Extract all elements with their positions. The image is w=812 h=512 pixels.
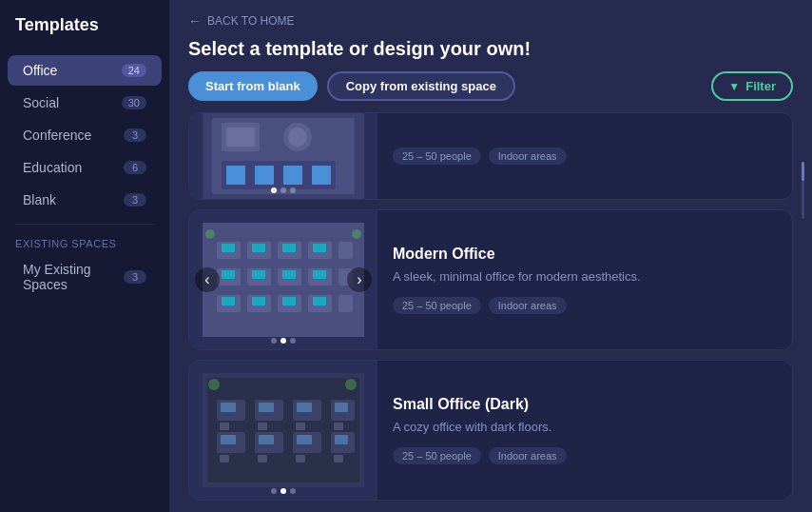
template-card[interactable]: Small Office (Dark) A cozy office with d…: [188, 360, 793, 501]
svg-rect-61: [297, 435, 312, 444]
tag-people: 25 – 50 people: [393, 297, 481, 314]
svg-rect-68: [258, 455, 267, 463]
card-description: A cozy office with dark floors.: [393, 419, 777, 436]
svg-rect-70: [334, 455, 343, 463]
card-info-dark: Small Office (Dark) A cozy office with d…: [377, 361, 792, 500]
toolbar: Start from blank Copy from existing spac…: [169, 71, 812, 112]
svg-rect-53: [297, 403, 312, 412]
card-preview-startup: [189, 113, 377, 199]
svg-point-40: [205, 229, 215, 239]
card-dots: [271, 338, 296, 344]
tag-indoor: Indoor areas: [489, 148, 567, 165]
svg-rect-65: [296, 423, 305, 430]
svg-rect-59: [221, 435, 236, 444]
tag-people: 25 – 50 people: [393, 447, 481, 464]
back-button[interactable]: ← BACK TO HOME: [188, 13, 295, 29]
card-description: A sleek, minimal office for modern aesth…: [393, 268, 777, 286]
sidebar-item-blank[interactable]: Blank 3: [8, 185, 162, 215]
tag-people: 25 – 50 people: [393, 148, 481, 165]
svg-rect-38: [282, 297, 296, 305]
svg-point-45: [208, 379, 220, 390]
card-title: Small Office (Dark): [393, 396, 777, 413]
svg-rect-51: [221, 403, 236, 412]
back-arrow-icon: ←: [188, 13, 202, 29]
sidebar-item-conference[interactable]: Conference 3: [8, 120, 162, 150]
dot-active: [280, 488, 286, 494]
dot: [271, 488, 277, 494]
svg-rect-64: [258, 423, 267, 430]
svg-rect-66: [334, 423, 343, 430]
svg-rect-63: [220, 423, 229, 430]
svg-rect-54: [335, 403, 348, 412]
dot: [290, 488, 296, 494]
sidebar-divider: [15, 224, 154, 225]
prev-image-button[interactable]: ‹: [195, 267, 220, 292]
template-cards-list: 25 – 50 people Indoor areas ‹: [169, 112, 812, 512]
svg-rect-28: [252, 270, 265, 279]
card-tags: 25 – 50 people Indoor areas: [393, 447, 777, 464]
svg-point-41: [352, 229, 361, 239]
svg-rect-67: [220, 455, 229, 463]
dot: [290, 338, 296, 344]
svg-rect-8: [255, 166, 274, 185]
top-bar: ← BACK TO HOME: [169, 0, 812, 38]
filter-icon: ▼: [728, 80, 740, 93]
card-tags: 25 – 50 people Indoor areas: [393, 148, 777, 165]
card-dots: [271, 488, 296, 494]
sidebar-item-my-existing-spaces[interactable]: My Existing Spaces 3: [8, 254, 162, 300]
back-label: BACK TO HOME: [207, 14, 295, 28]
copy-existing-button[interactable]: Copy from existing space: [327, 71, 515, 101]
start-from-blank-button[interactable]: Start from blank: [188, 71, 318, 101]
svg-point-5: [288, 128, 307, 147]
svg-rect-3: [226, 128, 255, 147]
svg-rect-60: [259, 435, 274, 444]
next-image-button[interactable]: ›: [347, 267, 372, 292]
template-card[interactable]: 25 – 50 people Indoor areas: [188, 112, 793, 200]
svg-rect-29: [282, 270, 296, 279]
template-card[interactable]: ‹: [188, 209, 793, 350]
svg-rect-37: [252, 297, 265, 305]
svg-rect-9: [283, 166, 302, 185]
sidebar-title: Templates: [0, 15, 169, 54]
svg-rect-39: [313, 297, 326, 305]
dot: [271, 338, 277, 344]
dot-active: [280, 338, 286, 344]
sidebar-item-education[interactable]: Education 6: [8, 152, 162, 183]
dot: [290, 187, 296, 193]
filter-button[interactable]: ▼ Filter: [711, 71, 793, 101]
svg-rect-20: [282, 244, 296, 252]
scroll-indicator[interactable]: [802, 162, 804, 219]
svg-rect-19: [252, 244, 265, 252]
scroll-thumb: [802, 162, 804, 181]
svg-rect-18: [222, 244, 235, 252]
svg-rect-36: [222, 297, 235, 305]
card-info: 25 – 50 people Indoor areas: [377, 113, 792, 199]
svg-point-46: [345, 379, 357, 390]
svg-rect-30: [313, 270, 326, 279]
svg-rect-17: [338, 242, 353, 259]
card-preview-dark: [189, 361, 377, 500]
card-tags: 25 – 50 people Indoor areas: [393, 297, 777, 314]
sidebar: Templates Office 24 Social 30 Conference…: [0, 0, 169, 512]
svg-rect-62: [335, 435, 348, 444]
svg-rect-27: [222, 270, 235, 279]
svg-rect-7: [226, 166, 245, 185]
svg-rect-52: [259, 403, 274, 412]
dot: [271, 187, 277, 193]
card-info-modern: Modern Office A sleek, minimal office fo…: [377, 210, 792, 349]
card-preview-modern: ‹: [189, 210, 377, 349]
svg-rect-21: [313, 244, 326, 252]
card-dots: [271, 187, 296, 193]
tag-indoor: Indoor areas: [489, 297, 567, 314]
card-title: Modern Office: [393, 246, 777, 263]
existing-spaces-label: Existing Spaces: [0, 232, 169, 253]
svg-rect-35: [338, 295, 353, 312]
main-content: ← BACK TO HOME Select a template or desi…: [169, 0, 812, 512]
svg-rect-10: [312, 166, 331, 185]
dot: [280, 187, 286, 193]
tag-indoor: Indoor areas: [489, 447, 567, 464]
svg-rect-69: [296, 455, 305, 463]
sidebar-item-social[interactable]: Social 30: [8, 88, 162, 118]
sidebar-item-office[interactable]: Office 24: [8, 55, 162, 86]
page-title: Select a template or design your own!: [169, 38, 812, 71]
